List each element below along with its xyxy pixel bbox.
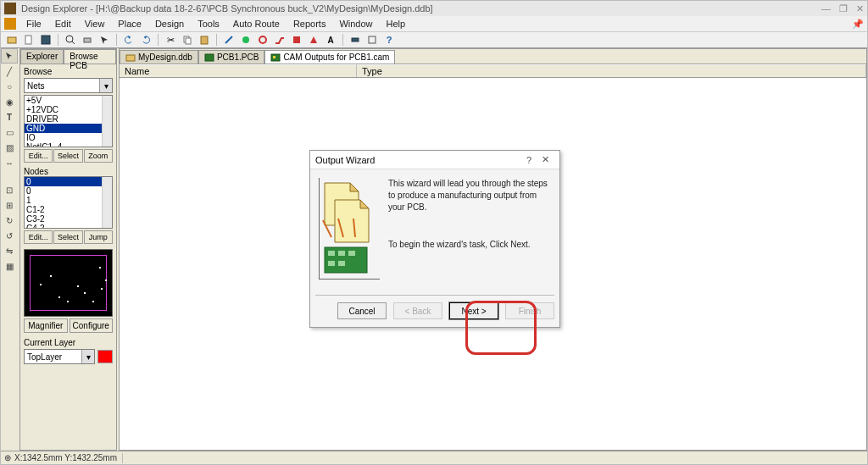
tool-poly-icon[interactable] — [306, 33, 321, 47]
nets-select-button[interactable]: Select — [53, 149, 82, 163]
list-item[interactable]: C3-2 — [25, 214, 112, 224]
list-item[interactable]: GND — [25, 124, 112, 133]
configure-button[interactable]: Configure — [70, 318, 114, 333]
menu-window[interactable]: Window — [332, 19, 379, 29]
browse-combo[interactable]: Nets ▾ — [24, 78, 113, 93]
svg-rect-5 — [84, 38, 91, 42]
palette-line-icon[interactable]: ╱ — [1, 64, 18, 79]
menu-help[interactable]: Help — [380, 19, 413, 29]
tool-paste-icon[interactable] — [197, 33, 212, 47]
nodes-label: Nodes — [20, 164, 116, 176]
tool-browse-icon[interactable] — [364, 33, 380, 47]
menu-tools[interactable]: Tools — [191, 19, 226, 29]
nets-zoom-button[interactable]: Zoom — [84, 149, 113, 163]
palette-via-icon[interactable]: ◉ — [1, 94, 18, 109]
col-name[interactable]: Name — [120, 64, 357, 77]
tool-save-icon[interactable] — [38, 33, 53, 47]
tool-new-icon[interactable] — [21, 33, 36, 47]
menu-edit[interactable]: Edit — [48, 19, 78, 29]
tool-pad-icon[interactable] — [238, 33, 253, 47]
tool-via-icon[interactable] — [255, 33, 270, 47]
doc-tab-label: CAM Outputs for PCB1.cam — [283, 53, 389, 62]
list-item[interactable]: C4-2 — [25, 224, 112, 229]
minimize-button[interactable]: — — [821, 3, 831, 14]
palette-rotate-icon[interactable]: ↻ — [1, 213, 18, 228]
palette-pad-icon[interactable]: ○ — [1, 79, 18, 94]
palette-grid-icon[interactable]: ▦ — [1, 258, 18, 274]
nodes-select-button[interactable]: Select — [53, 230, 82, 244]
wizard-text: This wizard will lead you through the st… — [388, 178, 551, 286]
layer-combo[interactable]: TopLayer ▾ — [24, 349, 95, 364]
list-item[interactable]: +5V — [25, 96, 112, 105]
tool-line-icon[interactable] — [221, 33, 236, 47]
nets-edit-button[interactable]: Edit... — [24, 149, 53, 163]
palette-rotate2-icon[interactable]: ↺ — [1, 228, 18, 243]
maximize-button[interactable]: ❐ — [839, 3, 848, 14]
nodes-edit-button[interactable]: Edit... — [24, 230, 53, 244]
list-item[interactable]: IO — [25, 133, 112, 142]
tool-cut-icon[interactable]: ✂ — [163, 33, 178, 47]
palette-text-icon[interactable]: T — [1, 109, 18, 125]
coord-readout: X:1342.5mm Y:1432.25mm — [14, 453, 117, 462]
tool-help-icon[interactable]: ? — [381, 33, 397, 47]
list-item[interactable]: +12VDC — [25, 105, 112, 114]
list-item[interactable]: 0 — [25, 177, 112, 186]
palette-rect-icon[interactable]: ▭ — [1, 125, 18, 140]
wizard-graphic — [319, 178, 380, 280]
dialog-help-button[interactable]: ? — [521, 155, 537, 165]
dialog-close-button[interactable]: ✕ — [537, 154, 554, 165]
doc-tab-cam[interactable]: CAM Outputs for PCB1.cam — [264, 50, 395, 64]
col-type[interactable]: Type — [357, 64, 866, 77]
tool-track-icon[interactable] — [272, 33, 287, 47]
pin-icon[interactable]: 📌 — [852, 19, 864, 30]
menu-bar: File Edit View Place Design Tools Auto R… — [1, 16, 867, 31]
palette-more-icon[interactable]: ▨ — [1, 140, 18, 155]
palette-snap-2-icon[interactable]: ⊞ — [1, 197, 18, 213]
tab-explorer[interactable]: Explorer — [20, 49, 64, 64]
scrollbar[interactable] — [102, 96, 112, 147]
palette-mirror-icon[interactable]: ⇋ — [1, 243, 18, 258]
chevron-down-icon[interactable]: ▾ — [81, 350, 94, 363]
close-button[interactable]: ✕ — [856, 3, 864, 14]
menu-file[interactable]: File — [19, 19, 48, 29]
list-item[interactable]: 0 — [25, 186, 112, 196]
tab-browse-pcb[interactable]: Browse PCB — [64, 49, 116, 64]
list-item[interactable]: C1-2 — [25, 205, 112, 214]
cancel-button[interactable]: Cancel — [337, 302, 387, 319]
doc-tab-pcb[interactable]: PCB1.PCB — [198, 50, 264, 64]
menu-place[interactable]: Place — [111, 19, 148, 29]
nodes-jump-button[interactable]: Jump — [84, 230, 113, 244]
layer-color-swatch[interactable] — [97, 350, 113, 363]
tool-redo-icon[interactable] — [138, 33, 153, 47]
tool-arrow-icon[interactable] — [97, 33, 112, 47]
menu-autoroute[interactable]: Auto Route — [226, 19, 287, 29]
nets-list[interactable]: +5V +12VDC DRIVER GND IO NetIC1_4 NetIC1… — [24, 95, 113, 147]
palette-dim-icon[interactable]: ↔ — [1, 155, 18, 170]
tool-print-icon[interactable] — [80, 33, 95, 47]
svg-rect-28 — [328, 251, 335, 256]
magnifier-button[interactable]: Magnifier — [24, 318, 68, 333]
nodes-list[interactable]: 0 0 1 C1-2 C3-2 C4-2 C5-2 C6-2 — [24, 176, 113, 229]
tool-copy-icon[interactable] — [180, 33, 195, 47]
tool-comp-icon[interactable] — [348, 33, 363, 47]
svg-marker-23 — [360, 200, 369, 208]
palette-select-icon[interactable] — [1, 48, 18, 64]
doc-tab-ddb[interactable]: MyDesign.ddb — [120, 50, 198, 64]
list-item[interactable]: NetIC1_4 — [25, 142, 112, 147]
list-item[interactable]: DRIVER — [25, 114, 112, 124]
tool-undo-icon[interactable] — [121, 33, 136, 47]
svg-rect-12 — [293, 36, 300, 43]
svg-rect-17 — [205, 54, 214, 61]
tool-fill-icon[interactable] — [289, 33, 304, 47]
menu-view[interactable]: View — [78, 19, 112, 29]
tool-open-icon[interactable] — [4, 33, 19, 47]
menu-reports[interactable]: Reports — [287, 19, 333, 29]
palette-snap-1-icon[interactable]: ⊡ — [1, 182, 18, 197]
browse-label: Browse — [20, 64, 116, 76]
chevron-down-icon[interactable]: ▾ — [99, 79, 112, 92]
menu-design[interactable]: Design — [148, 19, 191, 29]
scrollbar[interactable] — [102, 177, 112, 228]
list-item[interactable]: 1 — [25, 196, 112, 205]
tool-string-icon[interactable]: A — [323, 33, 338, 47]
tool-zoom-icon[interactable] — [63, 33, 78, 47]
